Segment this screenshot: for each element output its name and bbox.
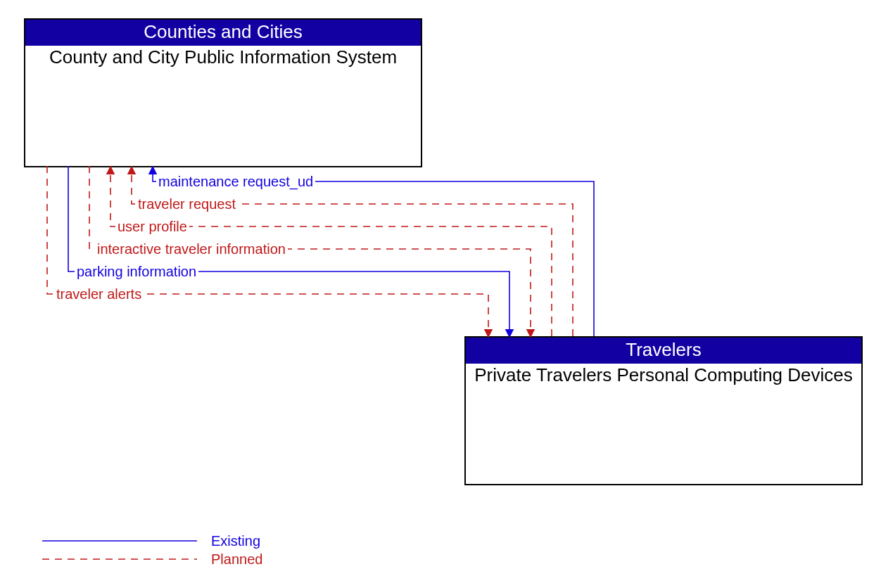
flow-label-interactive-traveler-information: interactive traveler information xyxy=(95,242,288,256)
flow-label-parking-information: parking information xyxy=(75,264,198,279)
flow-label-traveler-request: traveler request xyxy=(136,197,238,211)
node-counties-cities: Counties and Cities County and City Publ… xyxy=(24,18,422,167)
flow-label-user-profile: user profile xyxy=(115,219,189,234)
legend-existing-label: Existing xyxy=(211,533,260,549)
flow-label-maintenance-request-ud: maintenance request_ud xyxy=(156,174,315,188)
node-header: Counties and Cities xyxy=(25,20,421,46)
flow-label-traveler-alerts: traveler alerts xyxy=(54,287,144,301)
node-travelers: Travelers Private Travelers Personal Com… xyxy=(464,336,863,485)
legend-planned-label: Planned xyxy=(211,551,262,568)
node-body: Private Travelers Personal Computing Dev… xyxy=(466,364,861,388)
node-body: County and City Public Information Syste… xyxy=(25,46,421,70)
node-header: Travelers xyxy=(466,338,861,364)
